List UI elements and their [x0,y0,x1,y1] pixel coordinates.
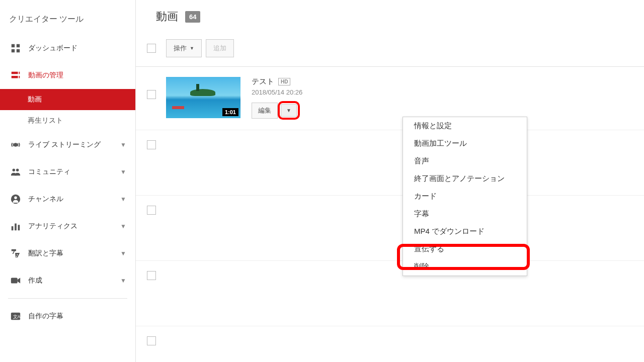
svg-rect-14 [15,224,17,231]
page-header: 動画 64 [136,9,644,24]
chevron-down-icon: ▼ [120,168,126,175]
chevron-down-icon: ▼ [120,141,126,148]
chevron-down-icon: ▼ [120,223,126,230]
svg-point-8 [14,143,17,146]
main-content: 動画 64 操作 ▼ 追加 1:01 テスト HD [136,0,644,362]
sidebar-item-label: コミュニティ [28,167,120,176]
sidebar-item-translate[interactable]: 翻訳と字幕 ▼ [0,240,135,267]
video-checkbox[interactable] [147,206,156,215]
toolbar: 操作 ▼ 追加 [136,39,644,67]
video-checkbox[interactable] [147,140,156,149]
svg-rect-1 [17,44,20,47]
svg-rect-2 [12,49,15,52]
video-thumbnail[interactable]: 1:01 [166,77,240,118]
video-row-empty [136,326,644,362]
dashboard-icon [9,42,22,55]
svg-rect-16 [11,278,18,284]
svg-rect-15 [18,225,20,230]
add-button[interactable]: 追加 [206,39,234,57]
menu-item-subtitles[interactable]: 字幕 [403,205,527,223]
menu-item-enhancements[interactable]: 動画加工ツール [403,135,527,152]
sidebar-item-own-subtitles[interactable]: 文A 自作の字幕 [0,303,135,330]
svg-rect-5 [12,76,18,78]
sidebar-item-live[interactable]: ライブ ストリーミング ▼ [0,131,135,158]
create-icon [9,274,22,287]
sidebar-item-create[interactable]: 作成 ▼ [0,267,135,294]
community-icon [9,165,22,178]
highlight-dropdown: ▼ [278,101,300,120]
svg-rect-3 [17,49,20,52]
chevron-down-icon: ▼ [120,277,126,284]
svg-rect-7 [19,76,20,78]
video-row-empty [136,261,644,326]
sidebar-item-community[interactable]: コミュニティ ▼ [0,158,135,186]
sidebar-title: クリエイター ツール [0,10,135,35]
sidebar-item-dashboard[interactable]: ダッシュボード [0,35,135,62]
edit-dropdown-button[interactable]: ▼ [281,104,297,117]
sidebar-subitem-playlists[interactable]: 再生リスト [0,110,135,131]
actions-label: 操作 [174,44,187,53]
svg-text:文A: 文A [13,314,21,319]
menu-item-cards[interactable]: カード [403,188,527,205]
translate-icon [9,247,22,260]
sidebar-item-video-manager[interactable]: 動画の管理 [0,62,135,89]
video-row-empty [136,196,644,261]
thumb-boat [172,106,184,109]
chevron-down-icon: ▼ [120,250,126,257]
svg-rect-6 [19,72,20,74]
menu-item-delete[interactable]: 削除 [403,258,527,276]
menu-item-audio[interactable]: 音声 [403,152,527,170]
video-title[interactable]: テスト [252,77,274,86]
svg-point-12 [14,197,17,200]
edit-dropdown-menu: 情報と設定 動画加工ツール 音声 終了画面とアノテーション カード 字幕 MP4… [403,117,527,276]
divider [8,298,127,299]
sidebar: クリエイター ツール ダッシュボード 動画の管理 動画 再生リスト ライブ スト… [0,0,136,362]
sidebar-item-label: 動画の管理 [28,71,126,80]
svg-rect-0 [12,44,15,47]
sidebar-item-label: チャンネル [28,195,120,204]
sidebar-item-analytics[interactable]: アナリティクス ▼ [0,213,135,240]
video-row-empty [136,130,644,196]
sidebar-item-channel[interactable]: チャンネル ▼ [0,186,135,213]
menu-item-info-settings[interactable]: 情報と設定 [403,117,527,135]
hd-badge: HD [278,78,290,85]
own-subtitles-icon: 文A [9,310,22,323]
video-count-badge: 64 [185,11,200,23]
video-checkbox[interactable] [147,271,156,280]
chevron-down-icon: ▼ [120,196,126,203]
video-duration: 1:01 [222,108,238,116]
page-title: 動画 [156,9,178,24]
actions-button[interactable]: 操作 ▼ [166,39,202,57]
thumb-island [190,89,215,96]
svg-rect-4 [12,72,18,74]
menu-item-promote[interactable]: 宣伝する [403,240,527,258]
svg-point-10 [16,169,19,172]
menu-item-download-mp4[interactable]: MP4 でダウンロード [403,223,527,240]
edit-button[interactable]: 編集 [252,103,278,119]
video-info: テスト HD 2018/05/14 20:26 編集 ▼ [252,77,644,120]
live-icon [9,138,22,151]
sidebar-subitem-videos[interactable]: 動画 [0,89,135,110]
channel-icon [9,193,22,206]
video-checkbox[interactable] [147,336,156,345]
menu-item-end-screen[interactable]: 終了画面とアノテーション [403,170,527,188]
video-date: 2018/05/14 20:26 [252,88,644,96]
sidebar-item-label: ライブ ストリーミング [28,140,120,149]
sidebar-item-label: ダッシュボード [28,44,126,53]
thumb-palms [196,84,199,91]
sidebar-item-label: アナリティクス [28,222,120,231]
sidebar-item-label: 翻訳と字幕 [28,249,120,258]
select-all-checkbox[interactable] [147,44,156,53]
video-checkbox[interactable] [147,90,156,99]
svg-rect-13 [12,226,14,230]
sidebar-item-label: 作成 [28,276,120,285]
video-row: 1:01 テスト HD 2018/05/14 20:26 編集 ▼ [136,67,644,130]
video-manager-icon [9,69,22,82]
analytics-icon [9,220,22,233]
caret-down-icon: ▼ [190,46,194,51]
svg-point-9 [13,169,15,172]
sidebar-item-label: 自作の字幕 [28,312,126,321]
